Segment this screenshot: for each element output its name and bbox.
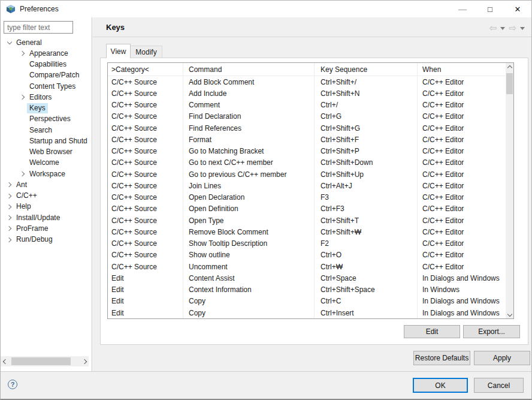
table-vertical-scrollbar[interactable] xyxy=(506,63,513,318)
scroll-left-arrow-icon[interactable] xyxy=(1,356,10,366)
table-row[interactable]: C/C++ SourceGo to Matching BracketCtrl+S… xyxy=(108,146,506,157)
chevron-right-icon[interactable] xyxy=(5,225,14,231)
table-row[interactable]: C/C++ SourceUncommentCtrl+₩C/C++ Editor xyxy=(108,261,506,272)
table-row[interactable]: C/C++ SourceGo to previous C/C++ memberC… xyxy=(108,169,506,180)
table-row[interactable]: C/C++ SourceFind ReferencesCtrl+Shift+GC… xyxy=(108,122,506,134)
sidebar-item-c-c[interactable]: C/C++ xyxy=(1,191,92,201)
column-header[interactable]: >Category< xyxy=(108,63,183,76)
sidebar-item-welcome[interactable]: Welcome xyxy=(1,158,92,169)
forward-dropdown-icon[interactable] xyxy=(520,27,525,30)
scrollbar-thumb[interactable] xyxy=(506,73,513,94)
chevron-right-icon[interactable] xyxy=(5,182,14,188)
when-cell: C/C++ Editor xyxy=(418,122,506,134)
sidebar-item-content-types[interactable]: Content Types xyxy=(1,81,92,92)
export-button[interactable]: Export... xyxy=(463,325,520,338)
scroll-up-arrow-icon[interactable] xyxy=(506,63,513,72)
back-arrow-icon[interactable]: ⇦ xyxy=(489,24,497,32)
sidebar-item-perspectives[interactable]: Perspectives xyxy=(1,114,92,125)
tree-leaf-spacer xyxy=(19,83,27,89)
key-sequence-cell: Ctrl+Shift+Space xyxy=(315,284,418,296)
maximize-button[interactable]: □ xyxy=(476,1,504,17)
chevron-right-icon[interactable] xyxy=(5,204,14,210)
cancel-button[interactable]: Cancel xyxy=(474,378,524,393)
sidebar-horizontal-scrollbar[interactable] xyxy=(1,356,89,366)
command-cell: Open Type xyxy=(183,215,315,226)
sidebar-item-web-browser[interactable]: Web Browser xyxy=(1,147,92,158)
sidebar-item-workspace[interactable]: Workspace xyxy=(1,169,92,179)
when-cell: C/C++ Editor xyxy=(418,134,506,145)
table-row[interactable]: C/C++ SourceShow Tooltip DescriptionF2C/… xyxy=(108,238,506,249)
table-row[interactable]: C/C++ SourceFormatCtrl+Shift+FC/C++ Edit… xyxy=(108,134,506,145)
apply-button[interactable]: Apply xyxy=(474,351,530,365)
sidebar-item-label: Content Types xyxy=(27,82,78,92)
table-row[interactable]: EditCopyCtrl+InsertIn Dialogs and Window… xyxy=(108,307,506,318)
chevron-down-icon[interactable] xyxy=(5,40,14,46)
table-row[interactable]: C/C++ SourceOpen DefinitionCtrl+F3C/C++ … xyxy=(108,203,506,215)
sidebar-item-search[interactable]: Search xyxy=(1,125,92,136)
restore-defaults-button[interactable]: Restore Defaults xyxy=(413,351,470,365)
sidebar-item-appearance[interactable]: Appearance xyxy=(1,48,92,59)
table-row[interactable]: C/C++ SourceCommentCtrl+/C/C++ Editor xyxy=(108,100,506,111)
tab-modify[interactable]: Modify xyxy=(131,46,162,58)
table-row[interactable]: C/C++ SourceAdd Block CommentCtrl+Shift+… xyxy=(108,76,506,88)
sidebar-item-install-update[interactable]: Install/Update xyxy=(1,212,92,223)
sidebar-item-run-debug[interactable]: Run/Debug xyxy=(1,234,92,245)
category-cell: C/C++ Source xyxy=(108,88,183,99)
help-icon[interactable]: ? xyxy=(8,380,17,389)
chevron-right-icon[interactable] xyxy=(19,50,27,56)
scroll-right-arrow-icon[interactable] xyxy=(80,356,89,366)
table-row[interactable]: C/C++ SourceOpen TypeCtrl+Shift+TC/C++ E… xyxy=(108,215,506,226)
scrollbar-thumb[interactable] xyxy=(11,357,71,365)
title-bar[interactable]: Preferences — □ ✕ xyxy=(1,1,531,17)
when-cell: C/C++ Editor xyxy=(418,215,506,226)
chevron-right-icon[interactable] xyxy=(19,94,27,100)
back-dropdown-icon[interactable] xyxy=(500,27,505,30)
filter-input[interactable] xyxy=(4,21,73,34)
sidebar-item-proframe[interactable]: ProFrame xyxy=(1,223,92,234)
sidebar-item-help[interactable]: Help xyxy=(1,201,92,212)
command-cell: Go to previous C/C++ member xyxy=(183,169,315,180)
sidebar-item-label: ProFrame xyxy=(14,224,50,234)
ok-button[interactable]: OK xyxy=(413,378,468,393)
chevron-right-icon[interactable] xyxy=(5,215,14,221)
when-cell: C/C++ Editor xyxy=(418,146,506,157)
table-row[interactable]: C/C++ SourceGo to next C/C++ memberCtrl+… xyxy=(108,157,506,169)
category-cell: C/C++ Source xyxy=(108,238,183,249)
sidebar-item-capabilities[interactable]: Capabilities xyxy=(1,59,92,70)
column-header[interactable]: Command xyxy=(183,63,315,76)
sidebar-item-ant[interactable]: Ant xyxy=(1,179,92,190)
history-navigation: ⇦ ⇨ xyxy=(489,24,527,32)
sidebar-item-label: Workspace xyxy=(27,169,68,179)
chevron-right-icon[interactable] xyxy=(19,171,27,177)
sidebar-item-general[interactable]: General xyxy=(1,37,92,48)
category-cell: C/C++ Source xyxy=(108,134,183,145)
edit-button[interactable]: Edit xyxy=(404,325,460,338)
column-header[interactable]: When xyxy=(418,63,506,76)
scroll-down-arrow-icon[interactable] xyxy=(506,309,513,318)
tab-view[interactable]: View xyxy=(106,44,131,58)
sidebar-item-keys[interactable]: Keys xyxy=(1,103,92,114)
table-row[interactable]: C/C++ SourceJoin LinesCtrl+Alt+JC/C++ Ed… xyxy=(108,180,506,191)
column-header[interactable]: Key Sequence xyxy=(315,63,418,76)
table-row[interactable]: EditContext InformationCtrl+Shift+SpaceI… xyxy=(108,284,506,296)
sidebar-item-editors[interactable]: Editors xyxy=(1,92,92,103)
chevron-right-icon[interactable] xyxy=(5,193,14,199)
tree-leaf-spacer xyxy=(19,73,27,79)
sidebar-item-compare-patch[interactable]: Compare/Patch xyxy=(1,70,92,81)
sidebar-item-startup-and-shutd[interactable]: Startup and Shutd xyxy=(1,136,92,146)
forward-arrow-icon[interactable]: ⇨ xyxy=(509,24,516,32)
table-row[interactable]: EditContent AssistCtrl+SpaceIn Dialogs a… xyxy=(108,272,506,284)
key-sequence-cell: Ctrl+Shift+T xyxy=(315,215,418,226)
table-row[interactable]: C/C++ SourceRemove Block CommentCtrl+Shi… xyxy=(108,226,506,237)
table-row[interactable]: C/C++ SourceShow outlineCtrl+OC/C++ Edit… xyxy=(108,249,506,261)
table-row[interactable]: C/C++ SourceAdd IncludeCtrl+Shift+NC/C++… xyxy=(108,88,506,99)
table-row[interactable]: EditCopyCtrl+CIn Dialogs and Windows xyxy=(108,296,506,307)
minimize-button[interactable]: — xyxy=(449,1,476,17)
when-cell: C/C++ Editor xyxy=(418,192,506,203)
close-button[interactable]: ✕ xyxy=(504,1,531,17)
chevron-right-icon[interactable] xyxy=(5,237,14,243)
category-cell: C/C++ Source xyxy=(108,169,183,180)
table-row[interactable]: C/C++ SourceFind DeclarationCtrl+GC/C++ … xyxy=(108,111,506,122)
table-row[interactable]: C/C++ SourceOpen DeclarationF3C/C++ Edit… xyxy=(108,192,506,203)
command-cell: Add Block Comment xyxy=(183,76,315,88)
